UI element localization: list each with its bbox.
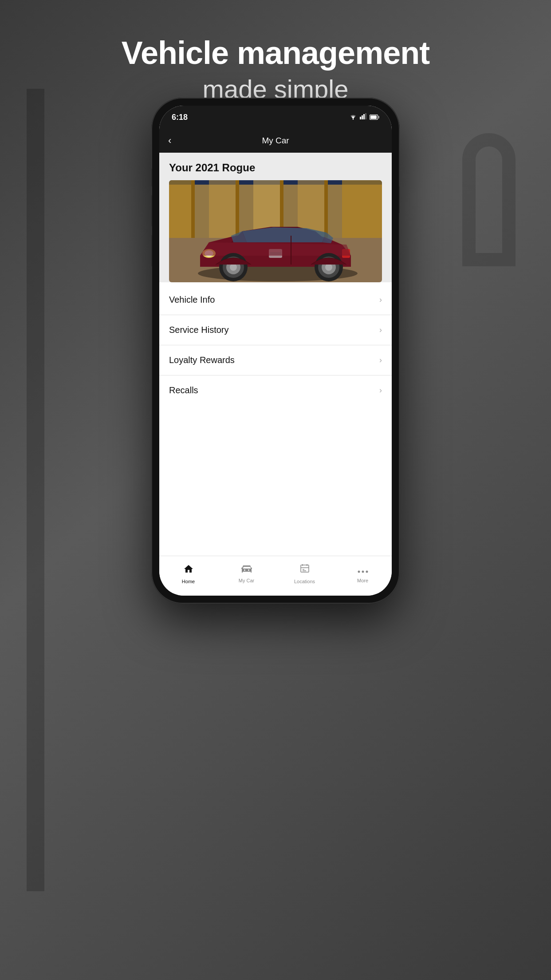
svg-rect-9 — [169, 180, 191, 238]
hero-title: Vehicle management — [0, 36, 551, 71]
vehicle-card: Your 2021 Rogue — [159, 153, 392, 282]
menu-item-recalls[interactable]: Recalls › — [159, 375, 392, 405]
svg-point-42 — [366, 570, 368, 573]
battery-icon — [370, 115, 379, 120]
volume-up-button — [151, 195, 152, 226]
nav-my-car-label: My Car — [239, 578, 254, 583]
chevron-right-icon: › — [379, 295, 382, 304]
menu-item-vehicle-info[interactable]: Vehicle Info › — [159, 285, 392, 315]
nav-item-home[interactable]: Home — [173, 564, 204, 584]
volume-down-button — [151, 235, 152, 266]
chevron-right-icon: › — [379, 386, 382, 395]
phone-frame: 6:18 — [151, 98, 400, 604]
nav-header: ‹ My Car — [159, 129, 392, 153]
svg-point-29 — [230, 264, 237, 271]
nav-item-my-car[interactable]: My Car — [231, 565, 262, 583]
back-button[interactable]: ‹ — [168, 135, 171, 146]
mute-button — [151, 169, 152, 186]
home-icon — [183, 564, 194, 577]
vehicle-title: Your 2021 Rogue — [169, 162, 382, 174]
menu-list: Vehicle Info › Service History › Loyalty… — [159, 285, 392, 405]
chevron-right-icon: › — [379, 356, 382, 365]
svg-point-40 — [358, 570, 360, 573]
status-icons — [349, 113, 379, 121]
bg-decoration-arch — [462, 133, 516, 266]
svg-rect-2 — [362, 115, 363, 119]
svg-point-41 — [362, 570, 364, 573]
svg-point-0 — [353, 119, 354, 119]
menu-item-loyalty-rewards[interactable]: Loyalty Rewards › — [159, 345, 392, 375]
nav-home-label: Home — [182, 579, 195, 584]
wifi-icon — [349, 114, 357, 121]
svg-point-33 — [325, 264, 332, 271]
chevron-right-icon: › — [379, 325, 382, 335]
locations-icon — [300, 564, 310, 577]
svg-rect-4 — [365, 113, 366, 119]
svg-rect-6 — [370, 115, 377, 119]
status-bar: 6:18 — [159, 106, 392, 129]
page-title: My Car — [262, 136, 289, 146]
hero-section: Vehicle management made simple — [0, 36, 551, 104]
more-icon — [358, 565, 368, 576]
nav-item-more[interactable]: More — [347, 565, 378, 583]
phone-content: 6:18 — [159, 106, 392, 596]
svg-rect-17 — [342, 180, 382, 238]
menu-item-service-history[interactable]: Service History › — [159, 315, 392, 345]
svg-rect-10 — [191, 180, 195, 238]
bottom-nav: Home My Car — [159, 556, 392, 596]
nav-item-locations[interactable]: Locations — [289, 564, 320, 584]
svg-rect-3 — [363, 114, 365, 119]
power-button — [399, 186, 400, 213]
signal-icon — [360, 113, 367, 121]
svg-rect-1 — [360, 117, 361, 119]
bg-decoration-column — [27, 89, 44, 891]
car-icon — [241, 565, 252, 576]
svg-rect-16 — [324, 180, 328, 238]
nav-locations-label: Locations — [294, 579, 315, 584]
nav-more-label: More — [357, 578, 368, 583]
phone-screen: 6:18 — [159, 106, 392, 596]
scrollable-content: Your 2021 Rogue — [159, 153, 392, 596]
svg-rect-12 — [236, 180, 239, 238]
status-time: 6:18 — [172, 113, 188, 122]
svg-rect-11 — [209, 180, 236, 238]
vehicle-image — [169, 180, 382, 282]
